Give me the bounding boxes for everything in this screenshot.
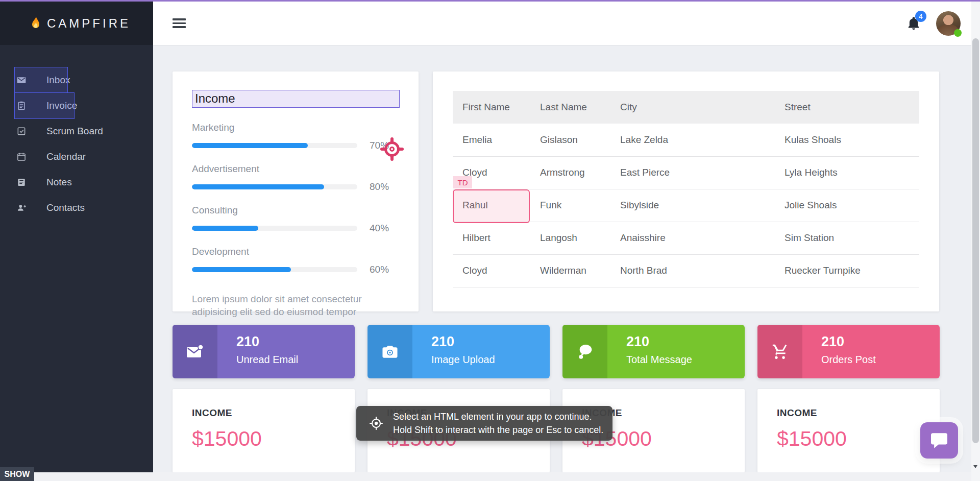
income-card-title: INCOME	[387, 407, 530, 419]
table-cell: Emelia	[453, 124, 530, 156]
stat-value: 210	[236, 334, 259, 350]
online-status-dot	[954, 29, 962, 37]
income-card-value: $15000	[387, 427, 530, 451]
sidebar: CAMPFIRE Inbox Invoice Scrum Board	[0, 0, 153, 472]
sidebar-item-contacts[interactable]: Contacts	[0, 195, 153, 221]
chat-fab-button[interactable]	[920, 422, 958, 459]
sidebar-item-calendar[interactable]: Calendar	[0, 144, 153, 170]
income-card: INCOME $15000	[173, 389, 355, 472]
stat-card-image-upload[interactable]: 210 Image Upload	[368, 325, 550, 378]
income-panel-title: Income	[192, 90, 399, 106]
column-header: Last Name	[530, 91, 610, 124]
contacts-icon	[16, 203, 27, 213]
table-cell: Cloyd	[453, 254, 530, 287]
top-accent-line	[0, 0, 980, 2]
progress-row-addvertisement: Addvertisement 80%	[192, 163, 399, 193]
income-panel: Income Marketing 70% Addvertisement 80% …	[173, 71, 419, 311]
user-avatar[interactable]	[936, 11, 961, 36]
invoice-icon	[16, 101, 27, 111]
vertical-scrollbar[interactable]	[971, 2, 980, 472]
table-cell: Lyla Heights	[775, 156, 919, 189]
progress-row-development: Development 60%	[192, 246, 399, 275]
table-cell: Cloyd	[453, 156, 530, 189]
table-cell: Langosh	[530, 222, 610, 254]
mail-icon	[16, 75, 27, 85]
income-card: INCOME $15000	[562, 389, 745, 472]
hamburger-icon	[173, 18, 186, 20]
stat-card-total-message[interactable]: 210 Total Message	[562, 325, 745, 378]
sidebar-item-label: Inbox	[46, 75, 70, 86]
app-title: CAMPFIRE	[47, 16, 131, 31]
income-card: INCOME $15000	[368, 389, 550, 472]
chat-bubble-icon	[930, 432, 948, 449]
stat-value: 210	[821, 334, 844, 350]
progress-row-marketing: Marketing 70%	[192, 122, 399, 151]
camera-icon	[368, 325, 412, 378]
flame-icon	[30, 15, 42, 32]
sidebar-item-invoice[interactable]: Invoice	[0, 93, 153, 118]
progress-bar-fill	[192, 143, 308, 148]
stat-card-unread-email[interactable]: 210 Unread Email	[173, 325, 355, 378]
income-card-title: INCOME	[192, 407, 335, 419]
table-cell: Rahul	[453, 189, 530, 222]
main-content: Income Marketing 70% Addvertisement 80% …	[153, 45, 971, 472]
stat-label: Unread Email	[236, 354, 298, 366]
progress-bar-fill	[192, 184, 324, 189]
calendar-icon	[16, 152, 27, 162]
table-row: Cloyd Wilderman North Brad Ruecker Turnp…	[453, 254, 919, 287]
progress-label: Development	[192, 246, 399, 257]
progress-bar-track	[192, 184, 357, 189]
notifications-button[interactable]: 4	[906, 15, 921, 32]
sidebar-item-scrum-board[interactable]: Scrum Board	[0, 118, 153, 144]
cart-icon	[757, 325, 802, 378]
progress-bar-fill	[192, 267, 291, 272]
table-cell: Anaisshire	[610, 222, 775, 254]
scrollbar-corner	[971, 472, 980, 481]
table-cell: Lake Zelda	[610, 124, 775, 156]
table-row: Rahul Funk Sibylside Jolie Shoals	[453, 189, 919, 222]
progress-percent: 80%	[370, 181, 389, 193]
table-row: Hilbert Langosh Anaisshire Sim Station	[453, 222, 919, 254]
progress-bar-track	[192, 143, 357, 148]
progress-bar-fill	[192, 226, 258, 231]
bottom-strip	[0, 472, 971, 481]
table-cell: Jolie Shoals	[775, 189, 919, 222]
income-card-value: $15000	[582, 427, 725, 451]
table-cell: Ruecker Turnpike	[775, 254, 919, 287]
progress-percent: 70%	[370, 140, 389, 151]
table-cell: Wilderman	[530, 254, 610, 287]
sidebar-item-inbox[interactable]: Inbox	[0, 67, 153, 93]
progress-label: Consulting	[192, 205, 399, 216]
notes-icon	[16, 177, 27, 187]
table-cell: Funk	[530, 189, 610, 222]
column-header: City	[610, 91, 775, 124]
sidebar-item-label: Invoice	[46, 100, 77, 111]
sidebar-item-label: Contacts	[46, 202, 85, 213]
income-card-title: INCOME	[777, 407, 920, 419]
table-cell: Kulas Shoals	[775, 124, 919, 156]
app-logo[interactable]: CAMPFIRE	[0, 2, 153, 45]
stat-card-orders-post[interactable]: 210 Orders Post	[757, 325, 940, 378]
scrollbar-thumb[interactable]	[972, 38, 979, 443]
table-cell: East Pierce	[610, 156, 775, 189]
sidebar-item-label: Calendar	[46, 151, 86, 162]
scrollbar-down-arrow[interactable]	[973, 465, 977, 468]
progress-percent: 60%	[370, 264, 389, 275]
show-badge[interactable]: SHOW	[0, 467, 34, 481]
table-cell: Sim Station	[775, 222, 919, 254]
income-card-value: $15000	[192, 427, 335, 451]
sidebar-item-notes[interactable]: Notes	[0, 170, 153, 195]
envelope-badge-icon	[173, 325, 217, 378]
contacts-table: First Name Last Name City Street Emelia …	[453, 91, 919, 287]
stat-label: Image Upload	[431, 354, 495, 366]
sidebar-item-label: Notes	[46, 177, 72, 188]
menu-button[interactable]	[173, 18, 186, 29]
progress-percent: 40%	[370, 223, 389, 234]
stat-value: 210	[626, 334, 649, 350]
table-cell: Armstrong	[530, 156, 610, 189]
header-actions: 4	[906, 2, 961, 45]
progress-label: Marketing	[192, 122, 399, 133]
sidebar-item-label: Scrum Board	[46, 126, 103, 137]
income-panel-description: Lorem ipsum dolor sit amet consectetur a…	[192, 293, 365, 318]
table-cell: Sibylside	[610, 189, 775, 222]
